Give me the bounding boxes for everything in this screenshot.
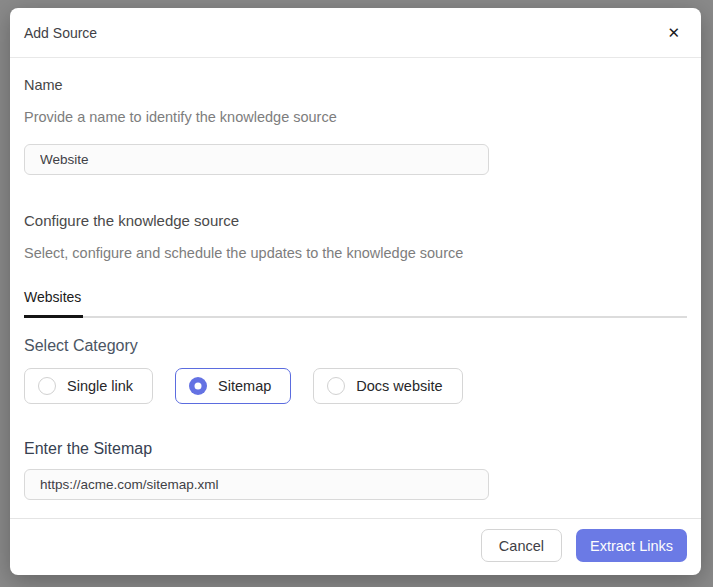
name-label: Name [24,77,687,93]
dialog-header: Add Source ✕ [10,8,701,58]
name-helper-text: Provide a name to identify the knowledge… [24,109,687,125]
sitemap-url-input[interactable] [24,469,489,500]
select-category-heading: Select Category [24,337,687,355]
tab-websites[interactable]: Websites [24,289,83,318]
dialog-footer: Cancel Extract Links [10,518,701,575]
cancel-button[interactable]: Cancel [481,529,562,562]
modal-overlay: { "modal": { "title": "Add Source", "clo… [0,0,713,587]
radio-option-sitemap[interactable]: Sitemap [175,368,291,404]
add-source-dialog: Add Source ✕ Name Provide a name to iden… [10,8,701,575]
radio-checked-icon [189,377,207,395]
extract-links-button[interactable]: Extract Links [576,529,687,562]
radio-unchecked-icon [38,377,56,395]
radio-option-single-link[interactable]: Single link [24,368,153,404]
close-button[interactable]: ✕ [663,23,684,42]
option-label: Single link [67,378,133,394]
category-options: Single link Sitemap Docs website [24,368,687,404]
name-input[interactable] [24,144,489,175]
option-label: Docs website [356,378,442,394]
configure-helper-text: Select, configure and schedule the updat… [24,245,687,261]
tab-bar: Websites [24,288,687,318]
close-icon: ✕ [667,24,680,41]
dialog-body: Name Provide a name to identify the know… [10,58,701,518]
sitemap-label: Enter the Sitemap [24,440,687,458]
option-label: Sitemap [218,378,271,394]
configure-heading: Configure the knowledge source [24,212,687,229]
dialog-title: Add Source [24,25,97,41]
radio-option-docs-website[interactable]: Docs website [313,368,462,404]
radio-unchecked-icon [327,377,345,395]
